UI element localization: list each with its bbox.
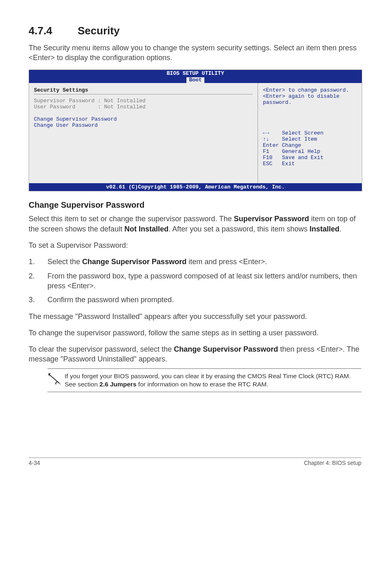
bios-nav-save-exit: F10 Save and Exit: [263, 155, 357, 161]
bios-help-text-2: <Enter> again to disable password.: [263, 93, 357, 105]
bios-nav-help: F1 General Help: [263, 148, 357, 155]
bios-change-supervisor-pw: Change Supervisor Password: [34, 116, 253, 122]
section-title: Security: [78, 25, 120, 37]
bios-footer: v02.61 (C)Copyright 1985-2009, American …: [29, 183, 362, 191]
bios-user-pw-status: User Password : Not Installed: [34, 104, 253, 110]
section-number: 4.7.4: [29, 25, 78, 37]
bios-change-user-pw: Change User Password: [34, 122, 253, 128]
note-text: If you forget your BIOS password, you ca…: [65, 372, 361, 388]
bios-nav-change: Enter Change: [263, 142, 357, 148]
bios-nav-select-item: ↑↓ Select Item: [263, 136, 357, 142]
paragraph-2: To set a Supervisor Password:: [29, 240, 361, 250]
bios-nav-select-screen: ←→ Select Screen: [263, 130, 357, 136]
step-2: 2. From the password box, type a passwor…: [29, 271, 361, 291]
note-box: If you forget your BIOS password, you ca…: [47, 368, 361, 392]
paragraph-5: To clear the supervisor password, select…: [29, 344, 361, 364]
bios-security-settings-label: Security Settings: [34, 87, 253, 93]
bios-header-title: BIOS SETUP UTILITY: [29, 71, 362, 77]
step-3: 3. Confirm the password when prompted.: [29, 295, 361, 305]
bios-supervisor-pw-status: Supervisor Password : Not Installed: [34, 98, 253, 104]
bios-left-pane: Security Settings Supervisor Password : …: [29, 83, 258, 183]
bios-nav-exit: ESC Exit: [263, 161, 357, 167]
section-heading: 4.7.4Security: [29, 25, 361, 37]
change-supervisor-pw-heading: Change Supervisor Password: [29, 200, 361, 210]
bios-header: BIOS SETUP UTILITY Boot: [29, 70, 362, 83]
bios-tab-boot: Boot: [186, 77, 204, 83]
steps-list: 1. Select the Change Supervisor Password…: [29, 257, 361, 305]
bios-help-pane: <Enter> to change password. <Enter> agai…: [258, 83, 362, 183]
paragraph-3: The message "Password Installed" appears…: [29, 312, 361, 321]
paragraph-1: Select this item to set or change the su…: [29, 214, 361, 234]
chapter-label: Chapter 4: BIOS setup: [304, 460, 361, 466]
note-icon: [47, 372, 65, 386]
intro-paragraph: The Security menu items allow you to cha…: [29, 43, 361, 63]
paragraph-4: To change the supervisor password, follo…: [29, 328, 361, 338]
page-number: 4-34: [29, 460, 40, 466]
bios-screenshot: BIOS SETUP UTILITY Boot Security Setting…: [29, 70, 362, 192]
page-footer: 4-34 Chapter 4: BIOS setup: [29, 458, 361, 466]
divider: [34, 94, 253, 94]
bios-help-text-1: <Enter> to change password.: [263, 87, 357, 93]
step-1: 1. Select the Change Supervisor Password…: [29, 257, 361, 267]
